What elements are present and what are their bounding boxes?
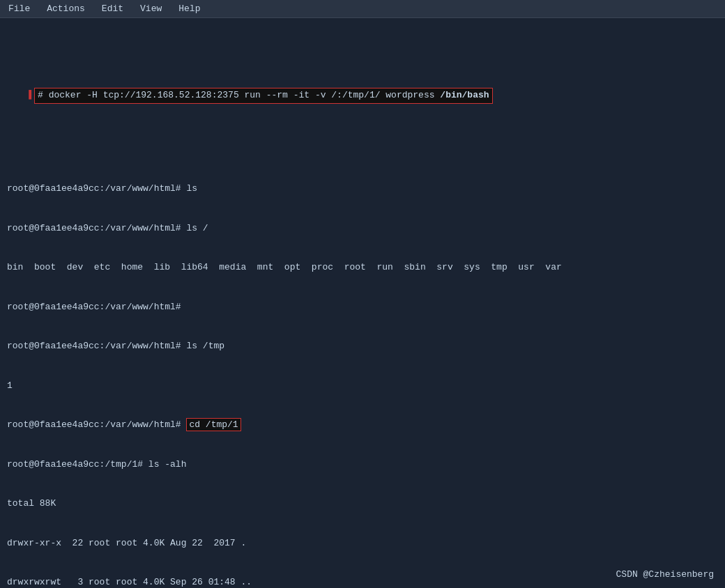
menu-view[interactable]: View — [137, 2, 165, 15]
docker-cmd-highlight: # docker -H tcp://192.168.52.128:2375 ru… — [34, 88, 493, 104]
output-line: root@0faa1ee4a9cc:/var/www/html# — [7, 301, 718, 314]
docker-command-line: ▌# docker -H tcp://192.168.52.128:2375 r… — [7, 75, 718, 117]
output-line: root@0faa1ee4a9cc:/tmp/1# ls -alh — [7, 458, 718, 472]
cd-command-line: root@0faa1ee4a9cc:/var/www/html# cd /tmp… — [7, 419, 718, 432]
output-line: root@0faa1ee4a9cc:/var/www/html# ls /tmp — [7, 340, 718, 353]
menu-bar: File Actions Edit View Help — [0, 0, 725, 18]
menu-file[interactable]: File — [6, 2, 33, 15]
terminal-window[interactable]: ▌# docker -H tcp://192.168.52.128:2375 r… — [0, 18, 725, 588]
output-line: drwxrwxrwt 3 root root 4.0K Sep 26 01:48… — [7, 576, 718, 588]
output-line: root@0faa1ee4a9cc:/var/www/html# ls / — [7, 222, 718, 235]
menu-help[interactable]: Help — [176, 2, 203, 15]
output-line: bin boot dev etc home lib lib64 media mn… — [7, 261, 718, 274]
watermark-text: CSDN @Czheisenberg — [616, 569, 714, 580]
output-line: total 88K — [7, 497, 718, 511]
terminal-output: root@0faa1ee4a9cc:/var/www/html# ls root… — [7, 156, 718, 588]
menu-actions[interactable]: Actions — [44, 2, 88, 15]
output-line: root@0faa1ee4a9cc:/var/www/html# ls — [7, 183, 718, 196]
menu-edit[interactable]: Edit — [99, 2, 126, 15]
output-line: 1 — [7, 380, 718, 393]
output-line: drwxr-xr-x 22 root root 4.0K Aug 22 2017… — [7, 537, 718, 550]
